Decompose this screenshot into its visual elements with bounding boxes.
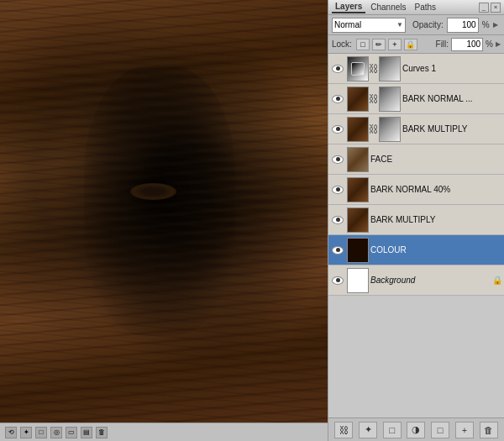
layer-visibility-toggle[interactable]	[330, 213, 345, 228]
fill-arrow-icon[interactable]: ▶	[496, 40, 501, 48]
new-adjustment-btn[interactable]: ◑	[407, 422, 425, 438]
layer-thumbnails	[347, 177, 369, 202]
panel-titlebar: Layers Channels Paths _ ×	[328, 0, 504, 15]
layer-row[interactable]: FACE	[328, 144, 504, 175]
link-layers-btn[interactable]: ⛓	[334, 422, 353, 438]
layer-thumbnail	[347, 56, 369, 81]
eye-icon	[332, 65, 344, 73]
tab-paths[interactable]: Paths	[412, 2, 440, 13]
layer-thumbnails	[347, 147, 369, 172]
canvas-area[interactable]: ⟲ ✦ □ ◎ ▭ ▤ 🗑	[0, 0, 328, 441]
layer-name: FACE	[370, 155, 502, 164]
layer-thumbnail	[347, 238, 369, 263]
layer-styles-btn[interactable]: ✦	[359, 422, 377, 438]
layer-name: Background	[370, 276, 491, 285]
layer-name: Curves 1	[402, 64, 502, 73]
canvas-status-icon-5[interactable]: ▭	[66, 427, 77, 438]
layer-thumbnails	[347, 207, 369, 233]
layer-thumbnail	[347, 87, 369, 112]
fill-percent: %	[486, 39, 493, 49]
layer-visibility-toggle[interactable]	[330, 182, 345, 197]
layer-row[interactable]: BARK NORMAL 40%	[328, 175, 504, 205]
layer-row[interactable]: ⛓ BARK NORMAL ...	[328, 84, 504, 114]
opacity-label: Opacity:	[412, 20, 444, 29]
lock-all-btn[interactable]: 🔒	[404, 39, 417, 50]
layer-thumbnails: ⛓	[347, 56, 401, 81]
tab-layers[interactable]: Layers	[332, 1, 365, 13]
blend-mode-value: Normal	[334, 20, 361, 29]
layers-list[interactable]: ⛓ Curves 1 ⛓ BARK NORMAL ...	[328, 54, 504, 417]
opacity-arrow-icon[interactable]: ▶	[493, 21, 498, 29]
layer-name: BARK MULTIPLY	[402, 124, 502, 134]
layer-visibility-toggle[interactable]	[330, 152, 345, 167]
layer-visibility-toggle[interactable]	[330, 243, 345, 258]
lock-image-btn[interactable]: ✏	[372, 39, 386, 50]
layer-link-icon: ⛓	[370, 56, 378, 81]
canvas-status-icon-6[interactable]: ▤	[81, 427, 92, 438]
main-container: ⟲ ✦ □ ◎ ▭ ▤ 🗑 Layers Channels Paths _ ×	[0, 0, 504, 441]
opacity-input[interactable]	[447, 18, 479, 33]
panel-minimize-btn[interactable]: _	[479, 3, 489, 13]
layer-link-icon: ⛓	[370, 117, 378, 142]
layer-visibility-toggle[interactable]	[330, 92, 345, 107]
lock-label: Lock:	[332, 39, 352, 49]
eye-icon	[332, 95, 344, 103]
new-layer-btn[interactable]: +	[455, 422, 474, 438]
canvas-status-bar: ⟲ ✦ □ ◎ ▭ ▤ 🗑	[0, 423, 328, 441]
eye-icon	[332, 125, 344, 134]
canvas-status-icon-7[interactable]: 🗑	[96, 427, 108, 438]
canvas-status-icon-2[interactable]: ✦	[20, 427, 32, 438]
layer-name: BARK NORMAL 40%	[370, 185, 502, 194]
bark-texture	[0, 0, 328, 441]
fill-input[interactable]	[451, 38, 483, 51]
delete-layer-btn[interactable]: 🗑	[480, 422, 498, 438]
mode-row: Normal ▼ Opacity: % ▶	[328, 15, 504, 35]
lock-row: Lock: □ ✏ + 🔒 Fill: % ▶	[328, 35, 504, 54]
eye-icon	[332, 276, 344, 285]
face-shadow	[84, 67, 235, 336]
layer-mask-thumbnail	[379, 56, 401, 81]
lock-transparent-btn[interactable]: □	[356, 39, 370, 50]
new-group-btn[interactable]: □	[431, 422, 449, 438]
layer-row[interactable]: ⛓ BARK MULTIPLY	[328, 114, 504, 144]
layer-name: COLOUR	[370, 245, 502, 255]
canvas-status-icon-3[interactable]: □	[35, 427, 47, 438]
layer-link-icon: ⛓	[370, 87, 378, 112]
layer-visibility-toggle[interactable]	[330, 122, 345, 137]
eye-icon	[332, 155, 344, 164]
layer-thumbnails: ⛓	[347, 87, 401, 112]
blend-mode-select[interactable]: Normal ▼	[332, 18, 406, 33]
layer-locked-icon: 🔒	[492, 276, 502, 285]
fill-label: Fill:	[436, 39, 449, 49]
layer-thumbnail	[347, 207, 369, 233]
lock-position-btn[interactable]: +	[388, 39, 402, 50]
layer-name: BARK NORMAL ...	[402, 94, 502, 103]
canvas-status-icon-1[interactable]: ⟲	[5, 427, 17, 438]
layer-row[interactable]: BARK MULTIPLY	[328, 205, 504, 235]
layer-mask-thumbnail	[379, 87, 401, 112]
layer-thumbnail	[347, 268, 369, 293]
blend-mode-arrow-icon: ▼	[396, 21, 403, 29]
layer-thumbnails	[347, 268, 369, 293]
layer-row[interactable]: Background 🔒	[328, 265, 504, 296]
layer-visibility-toggle[interactable]	[330, 61, 345, 76]
tab-channels[interactable]: Channels	[367, 2, 409, 13]
panel-tabs: Layers Channels Paths	[332, 1, 439, 13]
eye-icon	[332, 246, 344, 255]
layer-thumbnail	[347, 117, 369, 142]
layer-mask-thumbnail	[379, 117, 401, 142]
eye-icon	[332, 186, 344, 194]
layer-name: BARK MULTIPLY	[370, 215, 502, 224]
eye-icon	[332, 216, 344, 224]
layer-row[interactable]: ⛓ Curves 1	[328, 54, 504, 84]
layer-visibility-toggle[interactable]	[330, 273, 345, 288]
canvas-status-icon-4[interactable]: ◎	[50, 427, 62, 438]
layer-thumbnails: ⛓	[347, 117, 401, 142]
panel-close-btn[interactable]: ×	[491, 3, 501, 13]
layers-panel: Layers Channels Paths _ × Normal ▼ Opaci…	[328, 0, 504, 441]
layer-thumbnails	[347, 238, 369, 263]
panel-toolbar: ⛓ ✦ □ ◑ □ + 🗑	[328, 417, 504, 441]
layer-row[interactable]: COLOUR	[328, 235, 504, 265]
opacity-percent: %	[482, 20, 490, 29]
add-mask-btn[interactable]: □	[383, 422, 402, 438]
